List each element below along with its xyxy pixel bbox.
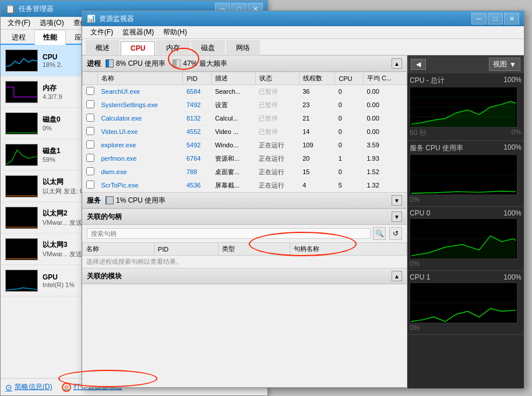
res-tab-disk[interactable]: 磁盘: [191, 40, 225, 55]
handles-search-input[interactable]: [87, 228, 371, 239]
services-collapse-btn[interactable]: ▼: [392, 195, 402, 206]
table-row[interactable]: dwm.exe 788 桌面窗... 正在运行 15 0 1.52: [83, 165, 407, 179]
table-row[interactable]: SystemSettings.exe 7492 设置 已暂停 23 0 0.00: [83, 98, 407, 112]
proc-checkbox[interactable]: [86, 181, 94, 189]
cpu1-chart-right: 0%: [410, 324, 420, 332]
table-row[interactable]: explorer.exe 5492 Windo... 正在运行 109 0 3.…: [83, 139, 407, 152]
processes-section-header[interactable]: 进程 8% CPU 使用率 47% 最大频率 ▲: [82, 55, 407, 72]
proc-avg: 0.00: [363, 98, 406, 112]
cpu0-chart-footer: 0%: [410, 260, 522, 268]
services-cpu-chart-label: 服务 CPU 使用率 100%: [410, 143, 522, 153]
proc-checkbox[interactable]: [86, 167, 94, 175]
eth2-graph: [5, 207, 38, 229]
menu-file[interactable]: 文件(F): [3, 17, 35, 29]
proc-status: 已暂停: [255, 98, 299, 112]
view-label: 视图: [493, 59, 507, 69]
col-pid[interactable]: PID: [183, 72, 212, 85]
handles-col-handlename[interactable]: 句柄名称: [290, 243, 406, 256]
res-tab-overview[interactable]: 概述: [86, 40, 119, 55]
col-threads[interactable]: 线程数: [299, 72, 335, 85]
handles-col-name[interactable]: 名称: [83, 243, 154, 256]
table-row[interactable]: Calculator.exe 8132 Calcul... 已暂停 21 0 0…: [83, 112, 407, 125]
res-minimize-button[interactable]: ─: [471, 13, 487, 24]
res-tab-cpu[interactable]: CPU: [121, 41, 155, 55]
view-dropdown-arrow: ▼: [509, 61, 516, 69]
search-button[interactable]: 🔍: [373, 227, 386, 240]
refresh-button[interactable]: ↺: [389, 227, 402, 240]
res-tab-memory[interactable]: 内存: [156, 40, 190, 55]
proc-checkbox[interactable]: [86, 114, 94, 122]
proc-avg: 1.93: [363, 152, 406, 165]
proc-pid: 6764: [183, 152, 212, 165]
table-row[interactable]: Video.UI.exe 4552 Video ... 已暂停 14 0 0.0…: [83, 125, 407, 139]
proc-name: ScrToPic.exe: [98, 179, 183, 192]
proc-cpu: 0: [335, 98, 364, 112]
proc-threads: 15: [299, 165, 335, 179]
cpu-usage-indicator: 8% CPU 使用率 47% 最大频率: [105, 59, 227, 69]
col-cpu[interactable]: CPU: [335, 72, 364, 85]
processes-collapse-btn[interactable]: ▲: [392, 58, 402, 69]
tab-performance[interactable]: 性能: [34, 30, 66, 45]
handles-collapse-btn[interactable]: ▼: [392, 211, 402, 222]
view-prev-button[interactable]: ◀: [411, 59, 426, 70]
services-chart-right: 0%: [410, 196, 420, 204]
proc-status: 正在运行: [255, 165, 299, 179]
res-menu-help[interactable]: 帮助(H): [158, 26, 192, 38]
col-avg[interactable]: 平均 C...: [363, 72, 406, 85]
col-status[interactable]: 状态: [255, 72, 299, 85]
res-maximize-button[interactable]: □: [488, 13, 503, 24]
tab-processes[interactable]: 进程: [3, 30, 34, 45]
proc-cpu: 0: [335, 125, 364, 139]
proc-desc: 设置: [212, 98, 255, 112]
services-cpu-label-text: 服务 CPU 使用率: [410, 143, 463, 153]
services-cpu-chart-panel: 服务 CPU 使用率 100% 0%: [407, 141, 524, 207]
res-tab-network[interactable]: 网络: [226, 40, 260, 55]
modules-section-header[interactable]: 关联的模块 ▲: [82, 268, 407, 284]
proc-checkbox[interactable]: [86, 87, 94, 95]
brief-info-label: 简略信息(D): [15, 382, 52, 392]
table-row[interactable]: SearchUI.exe 6584 Search... 已暂停 36 0 0.0…: [83, 85, 407, 98]
proc-checkbox[interactable]: [86, 127, 94, 135]
handles-table-header: 名称 PID 类型 句柄名称: [83, 243, 407, 256]
services-cpu-pct: 100%: [503, 143, 522, 153]
handles-col-type[interactable]: 类型: [218, 243, 290, 256]
menu-options[interactable]: 选项(O): [35, 17, 68, 29]
cpu1-chart-label: CPU 1 100%: [410, 273, 522, 281]
view-dropdown[interactable]: 视图 ▼: [489, 58, 520, 71]
cpu-usage-text: 8% CPU 使用率: [116, 59, 165, 69]
table-row[interactable]: ScrToPic.exe 4536 屏幕截... 正在运行 4 5 1.32: [83, 179, 407, 192]
cpu0-label-text: CPU 0: [410, 209, 430, 217]
proc-checkbox[interactable]: [86, 140, 94, 148]
cpu1-chart: [410, 282, 517, 323]
handles-col-pid[interactable]: PID: [154, 243, 218, 256]
res-close-button[interactable]: ✕: [504, 13, 519, 24]
brief-info-link[interactable]: ⊙ 简略信息(D): [5, 382, 52, 392]
res-monitor-icon: 📊: [87, 15, 96, 23]
col-name[interactable]: 名称: [98, 72, 183, 85]
proc-name: Video.UI.exe: [98, 125, 183, 139]
proc-avg: 1.52: [363, 165, 406, 179]
services-chart-footer: 0%: [410, 196, 522, 204]
proc-desc: Windo...: [212, 139, 255, 152]
proc-desc: Search...: [212, 85, 255, 98]
proc-checkbox[interactable]: [86, 154, 94, 162]
cpu-total-pct: 100%: [503, 76, 522, 86]
col-desc[interactable]: 描述: [212, 72, 255, 85]
modules-collapse-btn[interactable]: ▲: [392, 271, 402, 281]
services-cpu-indicator: 1% CPU 使用率: [105, 196, 165, 206]
handles-search-bar: 🔍 ↺: [82, 225, 407, 242]
proc-checkbox[interactable]: [86, 100, 94, 108]
services-section-header[interactable]: 服务 1% CPU 使用率 ▼: [82, 192, 407, 208]
res-menu-file[interactable]: 文件(F): [86, 26, 118, 38]
services-cpu-chart: [410, 154, 517, 195]
proc-threads: 21: [299, 112, 335, 125]
cpu-usage-icon: [105, 59, 114, 68]
cpu1-chart-footer: 0%: [410, 324, 522, 332]
processes-table: 名称 PID 描述 状态 线程数 CPU 平均 C... SearchUI.ex…: [82, 72, 407, 192]
handles-section-header[interactable]: 关联的句柄 ▼: [82, 208, 407, 225]
cpu-usage-icon2: [172, 59, 181, 68]
modules-header-left: 关联的模块: [87, 271, 122, 281]
res-menu-monitor[interactable]: 监视器(M): [118, 26, 158, 38]
table-row[interactable]: perfmon.exe 6764 资源和... 正在运行 20 1 1.93: [83, 152, 407, 165]
proc-cpu: 1: [335, 152, 364, 165]
